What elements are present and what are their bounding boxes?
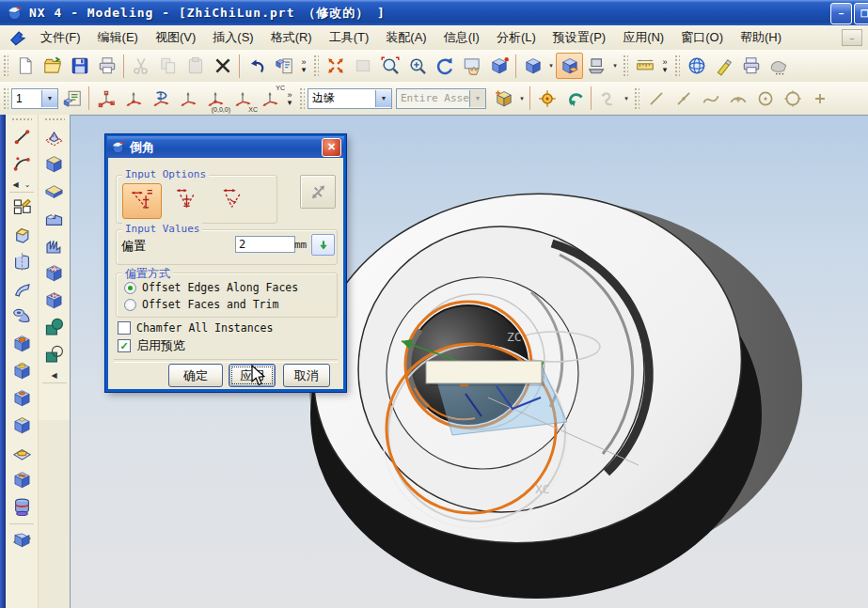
view-operations-button[interactable] xyxy=(583,53,610,79)
snap-line-button[interactable] xyxy=(642,86,670,112)
offset-value-dropdown-button[interactable] xyxy=(311,234,335,256)
dialog-close-button[interactable]: ✕ xyxy=(322,138,341,157)
journal-button[interactable] xyxy=(270,53,297,79)
snap-spline-button[interactable] xyxy=(697,86,724,112)
enable-preview-row[interactable]: ✓ 启用预览 xyxy=(118,337,185,354)
csys-xc-button[interactable]: XC xyxy=(229,86,256,112)
boolean-intersect-button[interactable] xyxy=(40,342,69,369)
menu-format[interactable]: 格式(R) xyxy=(262,26,321,49)
analysis-sphere-button[interactable] xyxy=(683,53,710,79)
perspective-button[interactable] xyxy=(485,53,513,79)
snap-arc-button[interactable] xyxy=(724,86,751,112)
toolbar-overflow[interactable]: »▾ xyxy=(283,91,296,106)
csys-origin-button[interactable]: (0,0,0) xyxy=(201,86,229,112)
offset-faces-radio-row[interactable]: Offset Faces and Trim xyxy=(124,298,278,311)
boss-button[interactable] xyxy=(8,358,36,385)
datum-button[interactable] xyxy=(40,124,69,151)
copy-button[interactable] xyxy=(154,53,181,79)
ok-button[interactable]: 确定 xyxy=(168,364,223,387)
csys-rotate-button[interactable] xyxy=(147,86,174,112)
curve-rule-combo[interactable]: 边缘 ▼ xyxy=(308,88,392,109)
snap-point-button[interactable] xyxy=(806,86,833,112)
pad-button[interactable] xyxy=(8,413,36,440)
zoom-button[interactable] xyxy=(403,53,431,79)
start-module-icon[interactable] xyxy=(8,27,28,48)
sketch-button[interactable] xyxy=(8,195,36,222)
menu-application[interactable]: 应用(N) xyxy=(614,26,672,49)
flip-direction-button[interactable] xyxy=(300,175,336,209)
isometric-view-button[interactable] xyxy=(556,53,583,79)
snapshot-button[interactable] xyxy=(349,53,376,79)
csys-yc-button[interactable]: YC xyxy=(256,86,283,112)
toolbar-collapse-arrows[interactable]: ◀⌄ xyxy=(13,179,31,190)
menu-file[interactable]: 文件(F) xyxy=(32,26,89,49)
cancel-button[interactable]: 取消 xyxy=(283,364,330,387)
chamfer-all-instances-row[interactable]: Chamfer All Instances xyxy=(118,321,273,335)
csys-point-button[interactable] xyxy=(119,86,147,112)
offset-value-input[interactable] xyxy=(235,236,295,253)
revolve-button[interactable] xyxy=(8,249,36,276)
snap-circle-center-button[interactable] xyxy=(751,86,779,112)
fit-view-button[interactable] xyxy=(322,53,349,79)
chamfer-offset-angle-button[interactable] xyxy=(213,183,250,217)
toolbar-collapse-arrows[interactable]: ◀ xyxy=(51,369,56,381)
snap-circle-button[interactable] xyxy=(779,86,806,112)
new-file-button[interactable] xyxy=(11,53,39,79)
minimize-button[interactable]: – xyxy=(830,3,852,24)
layer-settings-button[interactable] xyxy=(58,86,86,112)
arc-tool-button[interactable] xyxy=(8,151,36,179)
menu-help[interactable]: 帮助(H) xyxy=(732,26,790,49)
trim-body-button[interactable] xyxy=(8,526,36,553)
hole-button[interactable] xyxy=(8,331,36,358)
sweep-button[interactable] xyxy=(8,276,36,304)
layer-combo[interactable]: 1 ▼ xyxy=(11,88,58,109)
menu-analysis[interactable]: 分析(L) xyxy=(488,26,544,49)
csys-orient-button[interactable] xyxy=(174,86,201,112)
maximize-button[interactable]: ❐ xyxy=(854,3,868,24)
pan-view-button[interactable] xyxy=(458,53,485,79)
boolean-unite-button[interactable] xyxy=(40,315,69,342)
toolbar-grip[interactable] xyxy=(44,117,65,122)
csys-dynamic-button[interactable] xyxy=(92,86,119,112)
dropdown-arrow-icon[interactable]: ▾ xyxy=(517,95,527,102)
edit-marker-button[interactable] xyxy=(710,53,737,79)
toolbar-grip[interactable] xyxy=(313,55,319,77)
radio-unselected-icon[interactable] xyxy=(124,299,136,311)
radio-selected-icon[interactable] xyxy=(124,282,136,294)
tube-button[interactable] xyxy=(8,304,36,331)
combo-arrow-icon[interactable]: ▼ xyxy=(375,90,391,107)
snap-line-mid-button[interactable] xyxy=(670,86,697,112)
dropdown-arrow-icon[interactable]: ▾ xyxy=(622,95,631,102)
dialog-title-bar[interactable]: 倒角 ✕ xyxy=(107,136,344,158)
dropdown-arrow-icon[interactable]: ▾ xyxy=(546,62,556,70)
toolbar-grip[interactable] xyxy=(299,87,305,110)
block-dash-button[interactable] xyxy=(40,288,69,315)
rib-button[interactable] xyxy=(40,233,69,260)
toolbar-grip[interactable] xyxy=(3,55,8,77)
menu-information[interactable]: 信息(I) xyxy=(435,26,488,49)
shaded-display-button[interactable] xyxy=(519,53,546,79)
menu-assemblies[interactable]: 装配(A) xyxy=(377,26,434,49)
toolbar-grip[interactable] xyxy=(3,87,8,110)
extrude-button[interactable] xyxy=(8,222,36,249)
toolbar-overflow[interactable]: »▾ xyxy=(297,58,310,73)
toolbar-grip[interactable] xyxy=(634,87,639,110)
rotate-view-button[interactable] xyxy=(431,53,458,79)
zoom-box-button[interactable] xyxy=(376,53,403,79)
open-file-button[interactable] xyxy=(39,53,66,79)
cylinder-dash-button[interactable] xyxy=(40,260,69,288)
emboss-button[interactable] xyxy=(8,440,36,467)
save-button[interactable] xyxy=(66,53,93,79)
undo-button[interactable] xyxy=(243,53,270,79)
chamfer-double-offset-button[interactable] xyxy=(167,183,205,217)
delete-button[interactable] xyxy=(209,53,236,79)
selection-filter-button[interactable] xyxy=(533,86,560,112)
create-box-button[interactable] xyxy=(490,86,517,112)
checkbox-unchecked-icon[interactable] xyxy=(118,321,131,335)
menu-preferences[interactable]: 预设置(P) xyxy=(544,26,614,49)
offset-edges-radio-row[interactable]: Offset Edges Along Faces xyxy=(124,281,298,294)
plotter-button[interactable] xyxy=(737,53,765,79)
pocket-button[interactable] xyxy=(8,385,36,413)
block-button[interactable] xyxy=(40,151,69,179)
toolbar-dock-handle[interactable]: – xyxy=(842,29,862,46)
